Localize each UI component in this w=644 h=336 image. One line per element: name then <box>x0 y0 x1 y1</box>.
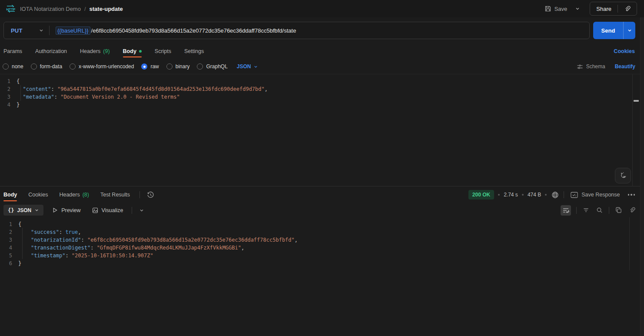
breadcrumb-collection[interactable]: IOTA Notarization Demo <box>20 6 81 12</box>
response-time[interactable]: 2.74 s <box>504 192 518 198</box>
dot-separator <box>545 194 547 196</box>
body-editor-actions: Schema Beautify <box>577 63 635 70</box>
dot-separator <box>498 194 500 196</box>
url-input[interactable]: {{baseURL}} /e6f8ccb6950458fd9eb793d8a56… <box>50 27 589 35</box>
tab-label: Settings <box>184 48 204 54</box>
share-button-group: Share <box>590 2 637 16</box>
search-button[interactable] <box>595 206 604 214</box>
beautify-button[interactable]: Beautify <box>615 63 635 70</box>
request-body-editor[interactable]: 1{2 "content": "96a5447815a0bf0e7efa6684… <box>0 74 644 109</box>
radio-selected-icon <box>141 63 147 70</box>
request-url-row: PUT {{baseURL}} /e6f8ccb6950458fd9eb793d… <box>0 17 644 43</box>
save-icon <box>544 5 551 12</box>
topbar-actions: Save Share <box>542 2 637 16</box>
postbot-button[interactable] <box>615 168 631 183</box>
send-button-group: Send <box>593 22 635 39</box>
base-url-variable[interactable]: {{baseURL}} <box>56 27 90 35</box>
save-response-button[interactable]: Save Response <box>568 189 622 201</box>
api-client-window: HTTP IOTA Notarization Demo / state-upda… <box>0 0 644 336</box>
body-type-raw[interactable]: raw <box>141 63 159 70</box>
body-type-binary[interactable]: binary <box>166 63 190 70</box>
more-options-button[interactable] <box>627 193 637 197</box>
editor-scrollbar[interactable] <box>632 74 640 186</box>
tab-body[interactable]: Body <box>123 43 142 59</box>
tab-scripts[interactable]: Scripts <box>155 43 171 59</box>
body-type-form-data[interactable]: form-data <box>31 63 62 70</box>
response-headers-count: (8) <box>83 192 89 198</box>
preview-label: Preview <box>61 207 80 213</box>
tab-authorization[interactable]: Authorization <box>35 43 67 59</box>
format-label: JSON <box>17 207 31 213</box>
network-info-button[interactable] <box>551 190 560 200</box>
body-type-options: none form-data x-www-form-urlencoded raw… <box>0 59 644 74</box>
sliders-icon <box>577 63 583 70</box>
save-options-button[interactable] <box>572 3 583 14</box>
response-tab-headers[interactable]: Headers (8) <box>59 186 89 203</box>
tab-label: Test Results <box>100 192 130 198</box>
radio-icon <box>70 63 76 70</box>
response-toolbar: {} JSON Preview <box>0 203 644 217</box>
method-selector[interactable]: PUT <box>4 22 49 39</box>
radio-label: x-www-form-urlencoded <box>79 63 134 70</box>
response-tab-body[interactable]: Body <box>3 186 17 203</box>
wrap-text-button[interactable] <box>561 205 571 216</box>
visualize-label: Visualize <box>102 207 123 213</box>
copy-button[interactable] <box>614 206 623 214</box>
body-type-none[interactable]: none <box>3 63 23 70</box>
filter-button[interactable] <box>582 206 590 214</box>
request-tabs: Params Authorization Headers (9) Body Sc… <box>0 43 644 59</box>
response-tabs: Body Cookies Headers (8) Test Results <box>3 186 130 203</box>
share-button[interactable]: Share <box>590 2 617 15</box>
response-body-viewer[interactable]: 1{2 "success": true,3 "notarizationId": … <box>0 217 644 267</box>
body-type-graphql[interactable]: GraphQL <box>197 63 227 70</box>
tab-label: Headers <box>80 48 100 54</box>
schema-button[interactable]: Schema <box>577 63 605 70</box>
scrollbar-thumb[interactable] <box>634 100 639 102</box>
divider <box>139 191 140 198</box>
tab-headers[interactable]: Headers (9) <box>80 43 110 59</box>
chevron-down-icon <box>39 28 44 33</box>
paperclip-icon <box>624 6 631 12</box>
response-scroll-ruler <box>629 217 630 270</box>
save-button[interactable]: Save <box>542 3 570 15</box>
radio-label: binary <box>176 63 190 70</box>
tab-params[interactable]: Params <box>3 43 22 59</box>
chevron-down-icon <box>139 208 144 213</box>
copy-link-button[interactable] <box>618 2 637 15</box>
response-meta: 200 OK 2.74 s 474 B <box>468 189 636 201</box>
visualize-button[interactable]: Visualize <box>90 206 126 215</box>
tab-label: Headers <box>59 192 80 198</box>
status-badge[interactable]: 200 OK <box>468 190 494 200</box>
send-button[interactable]: Send <box>593 22 623 39</box>
response-format-selector[interactable]: {} JSON <box>3 205 43 216</box>
tab-settings[interactable]: Settings <box>184 43 204 59</box>
body-language-selector[interactable]: JSON <box>237 63 258 70</box>
response-tab-test-results[interactable]: Test Results <box>100 186 130 203</box>
body-type-urlencoded[interactable]: x-www-form-urlencoded <box>70 63 134 70</box>
tab-label: Body <box>123 48 136 54</box>
divider <box>564 191 564 198</box>
indent-guide <box>22 228 23 259</box>
tab-label: Scripts <box>155 48 171 54</box>
postbot-sparkle-icon <box>619 172 627 180</box>
view-options-button[interactable] <box>138 207 145 214</box>
radio-label: GraphQL <box>206 63 227 70</box>
send-options-button[interactable] <box>623 22 635 39</box>
copy-icon <box>615 207 622 213</box>
response-tab-cookies[interactable]: Cookies <box>28 186 48 203</box>
cookies-link[interactable]: Cookies <box>614 48 635 54</box>
response-view-controls: {} JSON Preview <box>3 205 145 216</box>
url-box: PUT {{baseURL}} /e6f8ccb6950458fd9eb793d… <box>3 22 590 39</box>
copy-link-button[interactable] <box>628 206 636 214</box>
radio-icon <box>31 63 37 70</box>
dot <box>628 194 630 196</box>
window-scrollbar-gutter[interactable] <box>640 17 644 336</box>
history-clock-button[interactable] <box>146 190 155 200</box>
filter-icon <box>583 207 589 213</box>
headers-count: (9) <box>103 48 110 54</box>
preview-button[interactable]: Preview <box>50 206 83 215</box>
divider <box>609 207 609 214</box>
response-header: Body Cookies Headers (8) Test Results <box>0 186 644 203</box>
paperclip-icon <box>629 207 635 213</box>
response-size[interactable]: 474 B <box>528 192 541 198</box>
